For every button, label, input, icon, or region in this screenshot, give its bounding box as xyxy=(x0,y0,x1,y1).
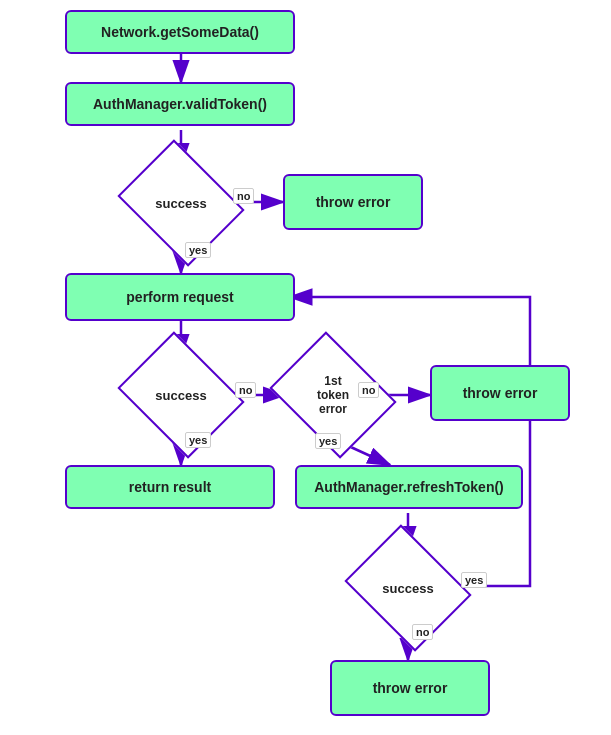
success3-diamond: success xyxy=(358,548,458,628)
label-yes-2: yes xyxy=(185,432,211,448)
refresh-token-box: AuthManager.refreshToken() xyxy=(295,465,523,509)
success1-diamond: success xyxy=(131,163,231,243)
perform-request-box: perform request xyxy=(65,273,295,321)
throw-error-3-box: throw error xyxy=(330,660,490,716)
label-no-2: no xyxy=(235,382,256,398)
label-yes-1: yes xyxy=(185,242,211,258)
flowchart: Network.getSomeData() AuthManager.validT… xyxy=(0,0,611,735)
return-result-box: return result xyxy=(65,465,275,509)
label-no-3: no xyxy=(358,382,379,398)
valid-token-box: AuthManager.validToken() xyxy=(65,82,295,126)
get-some-data-box: Network.getSomeData() xyxy=(65,10,295,54)
success2-label: success xyxy=(155,388,206,403)
success2-diamond: success xyxy=(131,355,231,435)
throw-error-2-box: throw error xyxy=(430,365,570,421)
success1-label: success xyxy=(155,196,206,211)
success3-label: success xyxy=(382,581,433,596)
token-error-label: 1st token error xyxy=(317,374,349,416)
label-yes-4: yes xyxy=(461,572,487,588)
label-no-1: no xyxy=(233,188,254,204)
label-yes-3: yes xyxy=(315,433,341,449)
throw-error-1-box: throw error xyxy=(283,174,423,230)
label-no-4: no xyxy=(412,624,433,640)
